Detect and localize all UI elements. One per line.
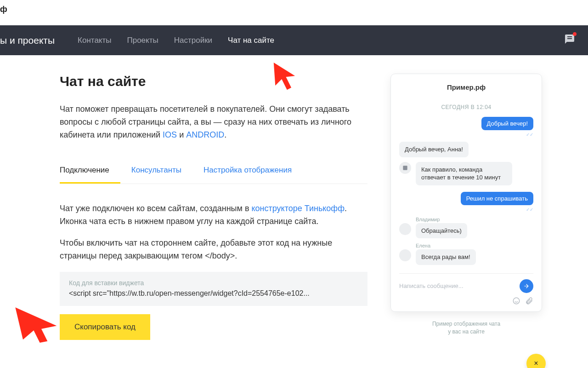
send-button[interactable] <box>520 279 533 293</box>
emoji-icon[interactable] <box>512 297 520 305</box>
tab-connection[interactable]: Подключение <box>60 160 120 184</box>
code-label: Код для вставки виджета <box>69 279 358 287</box>
copy-code-button[interactable]: Скопировать код <box>60 314 150 340</box>
embed-code-box: Код для вставки виджета <script src="htt… <box>60 272 368 306</box>
nav-item-settings[interactable]: Настройки <box>174 36 212 45</box>
msg-bot-1: Добрый вечер, Анна! <box>399 142 469 157</box>
chat-notification-icon[interactable] <box>564 34 575 45</box>
page-title: Чат на сайте <box>60 74 368 89</box>
attachment-icon[interactable] <box>525 297 533 305</box>
body-paragraph-1: Чат уже подключен ко всем сайтам, создан… <box>60 202 368 228</box>
svg-rect-0 <box>403 166 407 170</box>
agent1-name: Владимир <box>416 217 533 222</box>
nav-item-projects[interactable]: Проекты <box>127 36 158 45</box>
annotation-cursor-top <box>271 60 298 92</box>
preview-date: СЕГОДНЯ В 12:04 <box>399 104 533 110</box>
message-input[interactable]: Написать сообщение... <box>399 282 520 289</box>
msg-bot-2: Как правило, команда отвечает в течение … <box>416 162 512 185</box>
svg-point-1 <box>513 298 520 304</box>
nav-item-chat[interactable]: Чат на сайте <box>228 36 274 45</box>
tab-display-settings[interactable]: Настройка отображения <box>204 160 303 184</box>
chat-preview-card: Пример.рф СЕГОДНЯ В 12:04 Добрый вечер! … <box>390 74 542 312</box>
read-tick-icon: ✓✓ <box>526 207 533 212</box>
domain-suffix: ф <box>0 5 7 14</box>
preview-input-row: Написать сообщение... <box>399 273 533 293</box>
ios-link[interactable]: IOS <box>163 130 177 139</box>
agent2-name: Елена <box>416 243 533 248</box>
chat-fab-close[interactable]: × <box>526 354 546 368</box>
annotation-cursor-bottom <box>14 301 60 343</box>
intro-paragraph: Чат поможет превращать посетителей в пок… <box>60 103 368 142</box>
nav-section-title: ы и проекты <box>0 35 55 46</box>
msg-agent-2: Всегда рады вам! <box>416 249 476 265</box>
android-link[interactable]: ANDROID <box>186 130 224 139</box>
constructor-link[interactable]: конструкторе Тинькофф <box>251 204 345 213</box>
main-nav: ы и проекты Контакты Проекты Настройки Ч… <box>0 25 588 55</box>
content-tabs: Подключение Консультанты Настройка отобр… <box>60 160 368 184</box>
msg-agent-1: Обращайтесь) <box>416 223 467 239</box>
agent2-avatar <box>399 249 411 261</box>
msg-user-2: Решил не спрашивать <box>461 192 533 205</box>
msg-user-1: Добрый вечер! <box>481 117 533 130</box>
notification-dot <box>573 32 577 36</box>
top-bar: ф <box>0 0 588 25</box>
code-content[interactable]: <script src="https://w.tb.ru/open-messen… <box>69 289 358 298</box>
read-tick-icon: ✓✓ <box>526 132 533 137</box>
bot-avatar-icon <box>399 162 411 174</box>
body-paragraph-2: Чтобы включить чат на стороннем сайте, д… <box>60 237 368 263</box>
nav-item-contacts[interactable]: Контакты <box>78 36 111 45</box>
preview-caption: Пример отображения чатау вас на сайте <box>390 320 542 336</box>
preview-site-title: Пример.рф <box>399 83 533 91</box>
agent1-avatar <box>399 223 411 235</box>
tab-consultants[interactable]: Консультанты <box>131 160 192 184</box>
